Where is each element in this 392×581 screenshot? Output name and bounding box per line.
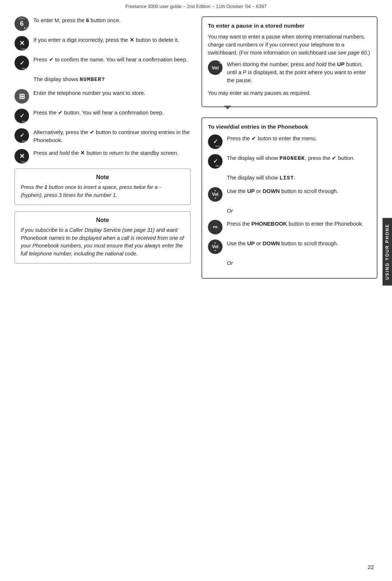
pb-updown-2-text: Use the UP or DOWN button to scroll thro… bbox=[227, 239, 371, 247]
note-box-1: Note Press the 1 button once to insert a… bbox=[15, 169, 191, 205]
pb-phonebk-text: The display will show PHONEBK, press the… bbox=[227, 154, 371, 163]
side-tab: USING YOUR PHONE bbox=[383, 218, 392, 286]
note-box-1-title: Note bbox=[21, 174, 184, 181]
check-menu-icon-3: ✓ Menu bbox=[15, 128, 29, 143]
note-box-2-title: Note bbox=[21, 217, 184, 223]
pb-enter-menu-text: Press the ✔ buton to enter the menu. bbox=[227, 134, 371, 142]
pb-or-2-text: Or bbox=[227, 259, 371, 267]
pb-row-enter-menu: ✓ Menu Press the ✔ buton to enter the me… bbox=[208, 134, 371, 149]
pause-vol-text: When storing the number, press and hold … bbox=[227, 60, 371, 84]
pause-para-3: You may enter as many pauses as required… bbox=[208, 89, 371, 97]
pb-row-updown-1: ▲ Vol ▼ Use the UP or DOWN button to scr… bbox=[208, 187, 371, 202]
pb-or-1-text: Or bbox=[227, 207, 371, 215]
note-box-2: Note If you subscribe to a Caller Displa… bbox=[15, 211, 191, 263]
six-button-icon: MNO 6 ►| bbox=[15, 16, 29, 31]
icon-row-press-check-text: Press the ✔ button. You will hear a conf… bbox=[33, 109, 191, 117]
pb-or-2: Or bbox=[208, 259, 371, 267]
pb-check-icon-2: ✓ Menu bbox=[208, 154, 222, 169]
note-box-1-body: Press the 1 button once to insert a spac… bbox=[21, 183, 184, 199]
icon-row-alternatively-text: Alternatively, press the ✔ button to con… bbox=[33, 128, 191, 144]
icon-row-xbutton-text: If you enter a digit incorrectly, press … bbox=[33, 36, 191, 44]
left-column: MNO 6 ►| To enter M, press the 6 button … bbox=[15, 16, 191, 285]
grid-icon: ⊞ bbox=[15, 89, 29, 104]
pb-row-list: The display will show LIST. bbox=[208, 174, 371, 182]
display-number-row: The display shows NUMBER? bbox=[15, 75, 191, 84]
icon-row-enter-number-text: Enter the telephone number you want to s… bbox=[33, 89, 191, 97]
pb-phonebook-key-text: Press the PHONEBOOK button to enter the … bbox=[227, 220, 371, 228]
display-number-text: The display shows NUMBER? bbox=[33, 75, 191, 84]
pb-row-phonebk: ✓ Menu The display will show PHONEBK, pr… bbox=[208, 154, 371, 169]
vol-icon-1: ▲ Vol ▼ bbox=[208, 187, 222, 202]
icon-row-xhold-text: Press and hold the ✕ button to return to… bbox=[33, 149, 191, 157]
check-menu-icon-2: ✓ Menu bbox=[15, 109, 29, 123]
icon-row-confirm-name: ✓ Menu Press ✔ to confirm the name. You … bbox=[15, 56, 191, 70]
right-column: To enter a pause in a stored number You … bbox=[201, 16, 377, 285]
vol-up-icon: ▲ Vol ▼ bbox=[208, 60, 222, 75]
icon-row-xbutton: ✕ Secret If you enter a digit incorrectl… bbox=[15, 36, 191, 51]
phonebook-box-title: To view/dial entries in the Phonebook bbox=[208, 123, 371, 130]
icon-row-confirm-name-text: Press ✔ to confirm the name. You will he… bbox=[33, 56, 191, 64]
phonebook-key-icon: PB bbox=[208, 220, 222, 234]
note-box-2-body: If you subscribe to a Caller Display Ser… bbox=[21, 226, 184, 258]
x-button-icon: ✕ Secret bbox=[15, 36, 29, 51]
pause-box: To enter a pause in a stored number You … bbox=[201, 16, 377, 107]
icon-row-6button-text: To enter M, press the 6 button once. bbox=[33, 16, 191, 24]
spacer bbox=[201, 114, 377, 117]
check-menu-icon-1: ✓ Menu bbox=[15, 56, 29, 70]
pb-row-phonebook-key: PB Press the PHONEBOOK button to enter t… bbox=[208, 220, 371, 234]
pb-updown-1-text: Use the UP or DOWN button to scroll thro… bbox=[227, 187, 371, 195]
pb-check-icon-1: ✓ Menu bbox=[208, 134, 222, 149]
phonebook-box-body: ✓ Menu Press the ✔ buton to enter the me… bbox=[208, 134, 371, 267]
page-layout: MNO 6 ►| To enter M, press the 6 button … bbox=[0, 16, 392, 285]
vol-icon-2: ▲ Vol ▼ bbox=[208, 239, 222, 254]
page-header: Freelance 3000 user guide ~ 2nd Edition … bbox=[0, 0, 392, 16]
pause-box-title: To enter a pause in a stored number bbox=[208, 22, 371, 29]
icon-row-6button: MNO 6 ►| To enter M, press the 6 button … bbox=[15, 16, 191, 31]
pause-vol-row: ▲ Vol ▼ When storing the number, press a… bbox=[208, 60, 371, 84]
x-secret-icon: ✕ Secret bbox=[15, 149, 29, 164]
pb-row-updown-2: ▲ Vol ▼ Use the UP or DOWN button to scr… bbox=[208, 239, 371, 254]
icon-row-press-check: ✓ Menu Press the ✔ button. You will hear… bbox=[15, 109, 191, 123]
icon-row-alternatively: ✓ Menu Alternatively, press the ✔ button… bbox=[15, 128, 191, 144]
icon-row-xhold: ✕ Secret Press and hold the ✕ button to … bbox=[15, 149, 191, 164]
pause-para-1: You may want to enter a pause when stori… bbox=[208, 33, 371, 57]
phonebook-box: To view/dial entries in the Phonebook ✓ … bbox=[201, 117, 377, 278]
pause-box-body: You may want to enter a pause when stori… bbox=[208, 33, 371, 97]
pb-or-1: Or bbox=[208, 207, 371, 215]
icon-row-enter-number: ⊞ Enter the telephone number you want to… bbox=[15, 89, 191, 104]
page-number: 22 bbox=[368, 564, 374, 570]
pb-list-text: The display will show LIST. bbox=[227, 174, 371, 182]
